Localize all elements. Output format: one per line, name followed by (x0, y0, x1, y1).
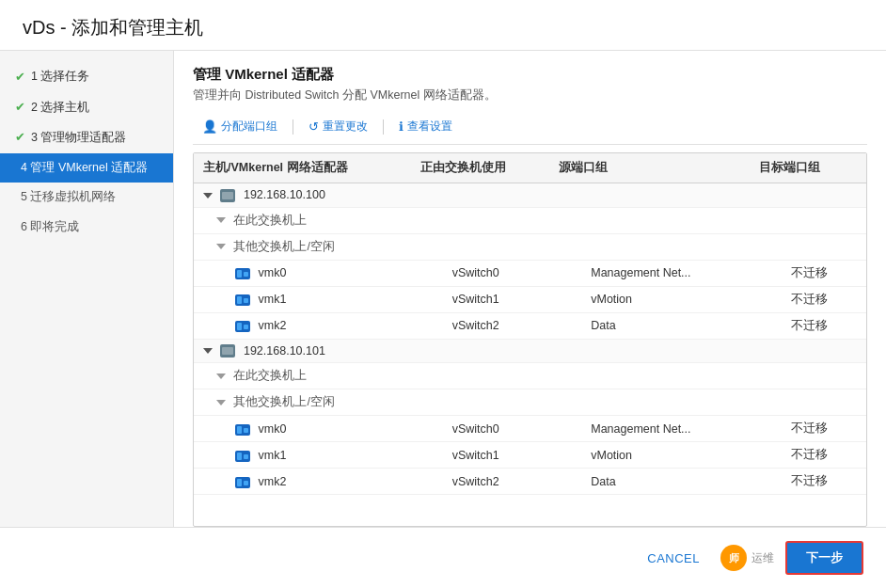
watermark-text: 运维 (752, 550, 774, 566)
sidebar-item-step6[interactable]: 6 即将完成 (0, 213, 173, 243)
section-cell: 在此交换机上 (194, 363, 411, 389)
check-icon-step1: ✔ (15, 69, 25, 86)
main-content: 管理 VMkernel 适配器 管理并向 Distributed Switch … (174, 51, 886, 527)
adapter-name: vmk2 (258, 475, 286, 488)
dialog-footer: CANCEL 师 运维 下一步 (0, 527, 886, 588)
table-row[interactable]: vmk1 vSwitch1 vMotion 不迁移 (194, 286, 866, 312)
src-cell (549, 389, 750, 416)
section-label: 在此交换机上 (233, 214, 307, 227)
src-cell: vMotion (549, 442, 750, 469)
toolbar: 👤 分配端口组 ↺ 重置更改 ℹ 查看设置 (193, 115, 867, 145)
view-settings-button[interactable]: ℹ 查看设置 (389, 115, 462, 138)
adapter-name: vmk1 (258, 293, 286, 306)
col-header-dst: 目标端口组 (750, 153, 866, 183)
src-cell: vMotion (549, 286, 750, 312)
dst-cell (750, 363, 866, 389)
table-row: 其他交换机上/空闲 (194, 233, 866, 260)
src-cell: Management Net... (549, 260, 750, 286)
table-row[interactable]: vmk1 vSwitch1 vMotion 不迁移 (194, 442, 866, 469)
toolbar-separator-1 (293, 119, 293, 135)
assign-portgroup-button[interactable]: 👤 分配端口组 (193, 115, 287, 138)
adapter-name: vmk0 (258, 266, 286, 279)
section-title: 管理 VMkernel 适配器 (193, 66, 867, 84)
watermark-circle: 师 (720, 545, 747, 571)
expand-icon (216, 400, 226, 405)
expand-icon (203, 348, 213, 354)
dst-cell (750, 389, 866, 416)
section-desc: 管理并向 Distributed Switch 分配 VMkernel 网络适配… (193, 87, 867, 103)
src-cell (549, 233, 750, 260)
dst-cell (750, 339, 866, 363)
assign-label: 分配端口组 (221, 119, 277, 135)
expand-icon (216, 373, 226, 379)
dst-cell: 不迁移 (750, 286, 866, 312)
switch-cell: vSwitch0 (411, 416, 550, 442)
switch-cell: vSwitch1 (411, 286, 550, 312)
section-cell: 其他交换机上/空闲 (194, 233, 411, 260)
table-row[interactable]: vmk0 vSwitch0 Management Net... 不迁移 (194, 260, 866, 286)
host-ip: 192.168.10.101 (244, 344, 325, 358)
sidebar-item-step2[interactable]: ✔ 2 选择主机 (0, 92, 173, 122)
dst-cell: 不迁移 (750, 260, 866, 286)
section-cell: 其他交换机上/空闲 (194, 389, 411, 416)
col-header-adapter: 主机/VMkernel 网络适配器 (194, 153, 411, 183)
cancel-button[interactable]: CANCEL (638, 546, 709, 571)
adapter-name: vmk1 (258, 449, 286, 462)
table-row: 其他交换机上/空闲 (194, 389, 866, 416)
view-icon: ℹ (399, 119, 403, 134)
table-row: 在此交换机上 (194, 363, 866, 389)
table-row[interactable]: 192.168.10.101 (194, 339, 866, 363)
expand-icon (203, 193, 213, 199)
src-cell: Management Net... (549, 416, 750, 442)
switch-cell (411, 363, 550, 389)
host-ip: 192.168.10.100 (244, 188, 325, 201)
table-wrap: 主机/VMkernel 网络适配器 正由交换机使用 源端口组 目标端口组 (193, 152, 867, 527)
sidebar-item-label-step2: 2 选择主机 (31, 100, 89, 117)
switch-cell (411, 207, 550, 233)
adapter-cell: vmk0 (194, 416, 411, 442)
src-cell (549, 183, 750, 208)
adapter-name: vmk0 (258, 422, 286, 436)
reset-icon: ↺ (309, 119, 319, 134)
sidebar-item-step1[interactable]: ✔ 1 选择任务 (0, 62, 173, 92)
table-row[interactable]: vmk2 vSwitch2 Data 不迁移 (194, 469, 866, 495)
reset-label: 重置更改 (323, 119, 368, 135)
table-row[interactable]: 192.168.10.100 (194, 183, 866, 208)
sidebar-item-label-step5: 5 迁移虚拟机网络 (21, 189, 116, 206)
dst-cell: 不迁移 (750, 312, 866, 339)
adapters-table: 主机/VMkernel 网络适配器 正由交换机使用 源端口组 目标端口组 (194, 153, 866, 495)
src-cell: Data (549, 312, 750, 339)
src-cell: Data (549, 469, 750, 495)
adapter-cell: vmk0 (194, 260, 411, 286)
table-header-row: 主机/VMkernel 网络适配器 正由交换机使用 源端口组 目标端口组 (194, 153, 866, 183)
sidebar: ✔ 1 选择任务 ✔ 2 选择主机 ✔ 3 管理物理适配器 4 管理 VMker… (0, 51, 174, 527)
section-label: 其他交换机上/空闲 (233, 395, 334, 408)
dialog-container: vDs - 添加和管理主机 ✔ 1 选择任务 ✔ 2 选择主机 ✔ 3 管理物理… (0, 0, 886, 588)
table-row[interactable]: vmk2 vSwitch2 Data 不迁移 (194, 312, 866, 339)
switch-cell (411, 389, 550, 416)
src-cell (549, 363, 750, 389)
sidebar-item-label-step1: 1 选择任务 (31, 69, 89, 86)
dst-cell (750, 183, 866, 208)
switch-cell: vSwitch2 (411, 469, 550, 495)
sidebar-item-step4[interactable]: 4 管理 VMkernel 适配器 (0, 153, 173, 183)
col-header-switch: 正由交换机使用 (411, 153, 550, 183)
check-icon-step3: ✔ (15, 129, 25, 146)
sidebar-item-step5[interactable]: 5 迁移虚拟机网络 (0, 183, 173, 213)
assign-icon: 👤 (202, 119, 217, 134)
adapter-cell: vmk1 (194, 442, 411, 469)
switch-cell (411, 233, 550, 260)
switch-cell (411, 183, 550, 208)
dst-cell (750, 233, 866, 260)
sidebar-item-label-step4: 4 管理 VMkernel 适配器 (21, 160, 148, 177)
next-button[interactable]: 下一步 (785, 541, 863, 575)
check-icon-step2: ✔ (15, 99, 25, 116)
section-label: 其他交换机上/空闲 (233, 240, 334, 253)
dst-cell: 不迁移 (750, 469, 866, 495)
table-row[interactable]: vmk0 vSwitch0 Management Net... 不迁移 (194, 416, 866, 442)
expand-icon (216, 217, 226, 223)
adapter-cell: vmk2 (194, 312, 411, 339)
sidebar-item-step3[interactable]: ✔ 3 管理物理适配器 (0, 122, 173, 152)
reset-changes-button[interactable]: ↺ 重置更改 (299, 115, 377, 138)
dst-cell: 不迁移 (750, 416, 866, 442)
